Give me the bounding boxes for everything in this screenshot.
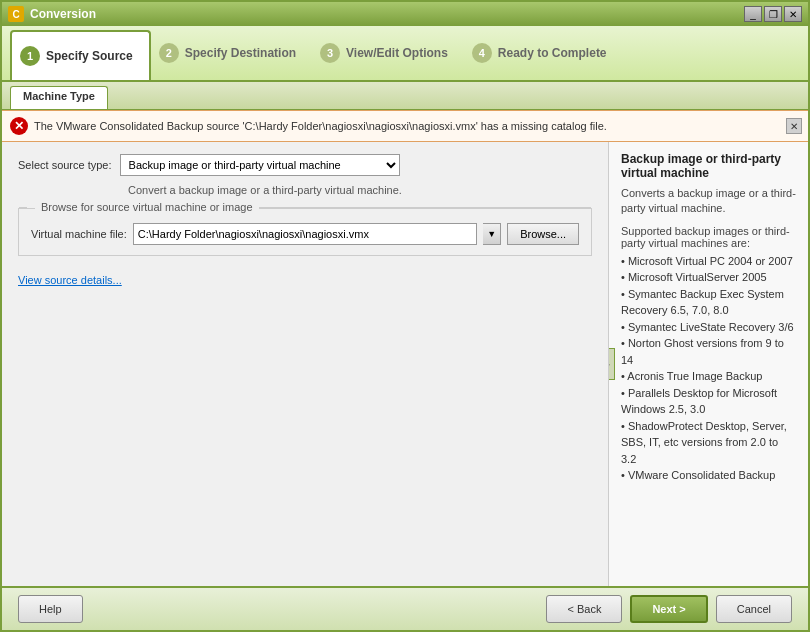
list-item: Acronis True Image Backup [621, 368, 796, 385]
source-type-select[interactable]: Backup image or third-party virtual mach… [120, 154, 400, 176]
fieldset-content: Virtual machine file: ▼ Browse... [19, 213, 591, 255]
right-panel-title: Backup image or third-party virtual mach… [621, 152, 796, 180]
file-label: Virtual machine file: [31, 228, 127, 240]
source-type-label: Select source type: [18, 159, 112, 171]
step-4-label: Ready to Complete [498, 46, 607, 60]
window-title: Conversion [30, 7, 744, 21]
left-panel: Select source type: Backup image or thir… [2, 142, 608, 586]
minimize-button[interactable]: _ [744, 6, 762, 22]
step-4[interactable]: 4 Ready to Complete [464, 26, 623, 80]
step-3-number: 3 [320, 43, 340, 63]
error-banner: ✕ The VMware Consolidated Backup source … [2, 110, 808, 142]
step-4-number: 4 [472, 43, 492, 63]
help-button[interactable]: Help [18, 595, 83, 623]
steps-bar: 1 Specify Source 2 Specify Destination 3… [2, 26, 808, 82]
restore-button[interactable]: ❐ [764, 6, 782, 22]
right-panel-supported-label: Supported backup images or third-party v… [621, 225, 796, 249]
list-item: VMware Consolidated Backup [621, 467, 796, 484]
source-type-row: Select source type: Backup image or thir… [18, 154, 592, 176]
step-2[interactable]: 2 Specify Destination [151, 26, 312, 80]
error-message: The VMware Consolidated Backup source 'C… [34, 120, 607, 132]
list-item: Microsoft Virtual PC 2004 or 2007 [621, 253, 796, 270]
file-combo-arrow[interactable]: ▼ [483, 223, 501, 245]
right-panel-list: Microsoft Virtual PC 2004 or 2007Microso… [621, 253, 796, 484]
list-item: ShadowProtect Desktop, Server, SBS, IT, … [621, 418, 796, 468]
title-bar: C Conversion _ ❐ ✕ [2, 2, 808, 26]
error-close-button[interactable]: ✕ [786, 118, 802, 134]
browse-fieldset: Browse for source virtual machine or ima… [18, 208, 592, 256]
cancel-button[interactable]: Cancel [716, 595, 792, 623]
list-item: Parallels Desktop for Microsoft Windows … [621, 385, 796, 418]
right-panel-description: Converts a backup image or a third-party… [621, 186, 796, 217]
machine-type-tab[interactable]: Machine Type [10, 86, 108, 109]
next-button[interactable]: Next > [630, 595, 707, 623]
list-item: Microsoft VirtualServer 2005 [621, 269, 796, 286]
list-item: Symantec LiveState Recovery 3/6 [621, 319, 796, 336]
source-description: Convert a backup image or a third-party … [128, 184, 592, 196]
step-3-label: View/Edit Options [346, 46, 448, 60]
close-button[interactable]: ✕ [784, 6, 802, 22]
browse-button[interactable]: Browse... [507, 223, 579, 245]
window-icon: C [8, 6, 24, 22]
footer-left: Help [18, 595, 83, 623]
window-controls: _ ❐ ✕ [744, 6, 802, 22]
sub-tabs-bar: Machine Type [2, 82, 808, 110]
virtual-machine-file-input[interactable] [133, 223, 477, 245]
back-button[interactable]: < Back [546, 595, 622, 623]
step-3[interactable]: 3 View/Edit Options [312, 26, 464, 80]
fieldset-legend: Browse for source virtual machine or ima… [35, 201, 259, 213]
step-1-number: 1 [20, 46, 40, 66]
file-row: Virtual machine file: ▼ Browse... [31, 223, 579, 245]
step-1-label: Specify Source [46, 49, 133, 63]
main-window: C Conversion _ ❐ ✕ 1 Specify Source 2 Sp… [0, 0, 810, 632]
step-1[interactable]: 1 Specify Source [10, 30, 151, 80]
right-panel: » Backup image or third-party virtual ma… [608, 142, 808, 586]
footer: Help < Back Next > Cancel [2, 586, 808, 630]
error-icon: ✕ [10, 117, 28, 135]
main-content: Select source type: Backup image or thir… [2, 142, 808, 586]
list-item: Norton Ghost versions from 9 to 14 [621, 335, 796, 368]
list-item: Symantec Backup Exec System Recovery 6.5… [621, 286, 796, 319]
step-2-number: 2 [159, 43, 179, 63]
view-source-details-link[interactable]: View source details... [18, 274, 122, 286]
right-panel-collapse-button[interactable]: » [608, 348, 615, 380]
step-2-label: Specify Destination [185, 46, 296, 60]
footer-right: < Back Next > Cancel [546, 595, 792, 623]
